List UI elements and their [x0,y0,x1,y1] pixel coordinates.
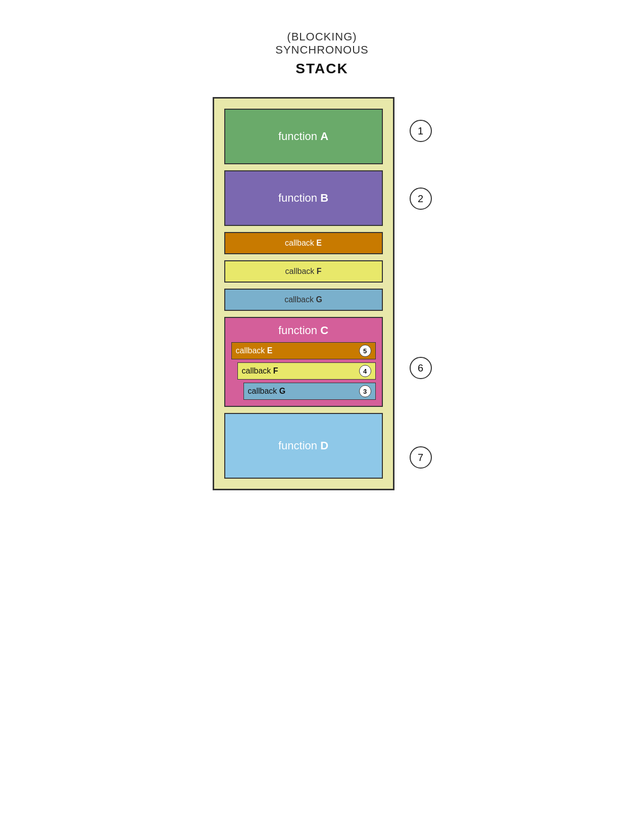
number-1-label: 1 [418,125,423,137]
number-2-spacer: 2 [410,165,432,233]
function-c-title: function C [231,324,376,337]
function-d-prefix: function [278,439,320,452]
number-badge-6: 6 [410,357,432,379]
stack-container: function A function B callback E callbac… [213,97,394,490]
nested-e-letter: E [267,346,273,355]
callback-f-row-label: callback F [285,267,321,276]
number-badge-7: 7 [410,446,432,469]
number-6-spacer: 6 [410,317,432,419]
nested-f-num-label: 4 [363,367,367,375]
nested-g-letter: G [279,387,285,395]
function-b-prefix: function [278,192,320,204]
number-2-label: 2 [418,193,423,205]
title-section: (BLOCKING) SYNCHRONOUS STACK [275,30,369,77]
nested-e-label: callback E [236,346,273,355]
diagram-wrapper: function A function B callback E callbac… [213,97,432,496]
function-b-block: function B [224,170,383,226]
synchronous-label: SYNCHRONOUS [275,43,369,56]
blocking-label: (BLOCKING) [287,30,357,43]
function-c-block: function C callback E 5 callback F 4 [224,317,383,407]
nested-e-num-label: 5 [363,347,367,355]
callback-g-row-letter: G [316,295,322,304]
function-a-letter: A [320,130,328,143]
function-a-prefix: function [278,130,320,143]
callback-f-row-prefix: callback [285,267,316,275]
function-d-block: function D [224,413,383,479]
function-b-letter: B [320,192,328,204]
callback-e-row-label: callback E [285,239,322,248]
callback-e-row-prefix: callback [285,239,316,247]
nested-g-number: 3 [359,385,371,397]
nested-g-prefix: callback [248,387,279,395]
function-a-block: function A [224,109,383,164]
nested-f-number: 4 [359,365,371,377]
function-c-prefix: function [278,324,320,337]
callback-rows-spacer [410,233,432,317]
number-7-spacer: 7 [410,419,432,496]
nested-f-prefix: callback [242,366,273,375]
nested-e-prefix: callback [236,346,267,355]
number-6-label: 6 [418,362,423,374]
number-1-spacer: 1 [410,97,432,165]
function-c-letter: C [320,324,328,337]
callback-g-row: callback G [224,289,383,311]
nested-callback-g: callback G 3 [243,383,376,400]
nested-g-label: callback G [248,387,286,396]
subtitle-line1: (BLOCKING) [275,30,369,43]
nested-callback-e: callback E 5 [231,342,376,359]
callback-g-row-label: callback G [284,295,322,304]
nested-e-number: 5 [359,345,371,357]
number-badge-2: 2 [410,188,432,210]
numbers-column: 1 2 6 7 [410,97,432,496]
nested-g-num-label: 3 [363,388,367,395]
nested-f-letter: F [273,366,278,375]
function-d-label: function D [278,439,328,452]
callback-e-row-letter: E [316,239,322,247]
stack-label: STACK [295,61,348,76]
stack-heading: STACK [275,61,369,77]
callback-e-row: callback E [224,232,383,254]
number-badge-1: 1 [410,120,432,142]
callback-f-row: callback F [224,260,383,283]
nested-callback-f: callback F 4 [237,362,376,380]
function-a-label: function A [278,130,328,143]
callback-g-row-prefix: callback [284,295,316,304]
function-d-letter: D [320,439,328,452]
nested-f-label: callback F [242,366,278,376]
number-7-label: 7 [418,452,423,464]
subtitle-line2: SYNCHRONOUS [275,43,369,57]
callback-f-row-letter: F [317,267,322,275]
function-b-label: function B [278,192,328,205]
